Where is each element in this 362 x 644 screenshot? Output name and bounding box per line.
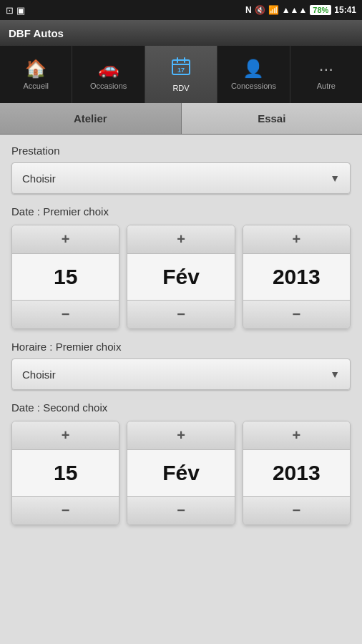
wifi-icon: 📶: [268, 5, 279, 15]
first-date-month-plus[interactable]: +: [127, 225, 234, 254]
second-date-year-value: 2013: [243, 450, 350, 496]
prestation-dropdown[interactable]: Choisir ▼: [11, 162, 351, 194]
second-date-label: Date : Second choix: [11, 401, 351, 414]
sub-tab-atelier[interactable]: Atelier: [0, 103, 182, 134]
first-date-month-spinner: + Fév −: [127, 225, 235, 329]
main-content: Prestation Choisir ▼ Date : Premier choi…: [0, 135, 362, 644]
first-date-year-value: 2013: [243, 254, 350, 300]
second-date-section: Date : Second choix + 15 − + Fév −: [11, 401, 351, 525]
image-icon: ▣: [16, 5, 25, 16]
first-date-month-value: Fév: [127, 254, 234, 300]
second-date-year-spinner: + 2013 −: [243, 421, 351, 525]
first-date-day-plus[interactable]: +: [12, 225, 119, 254]
mute-icon: 🔇: [255, 5, 265, 15]
second-date-month-plus[interactable]: +: [127, 421, 234, 450]
nav-tab-accueil[interactable]: 🏠 Accueil: [0, 46, 72, 103]
person-icon: 👤: [243, 59, 264, 79]
nav-tab-concessions[interactable]: 👤 Concessions: [217, 46, 290, 103]
first-date-spinner-row: + 15 − + Fév − +: [11, 225, 351, 329]
nav-label-accueil: Accueil: [23, 82, 48, 90]
sub-tabs: Atelier Essai: [0, 103, 362, 135]
clock: 15:41: [334, 5, 356, 15]
second-date-year-plus[interactable]: +: [243, 421, 350, 450]
prestation-label: Prestation: [11, 145, 351, 157]
house-icon: 🏠: [25, 59, 47, 79]
horaire-dropdown[interactable]: Choisir ▼: [11, 358, 351, 390]
second-date-day-value: 15: [12, 450, 119, 496]
carrier-icon: N: [245, 5, 252, 15]
battery-indicator: 78%: [310, 5, 331, 15]
first-date-section: Date : Premier choix + 15 − + Fév −: [11, 205, 351, 329]
second-date-month-value: Fév: [127, 450, 234, 496]
app-title: DBF Autos: [9, 27, 64, 39]
dropdown-arrow-icon: ▼: [330, 172, 340, 184]
svg-text:17: 17: [177, 67, 185, 74]
second-date-year-minus[interactable]: −: [243, 496, 350, 525]
first-date-label: Date : Premier choix: [11, 205, 351, 218]
second-date-day-plus[interactable]: +: [12, 421, 119, 450]
status-bar: ⊡ ▣ N 🔇 📶 ▲▲▲ 78% 15:41: [0, 0, 362, 20]
nav-label-autre: Autre: [317, 82, 336, 90]
sub-tab-essai-label: Essai: [258, 112, 285, 125]
car-icon: 🚗: [98, 59, 119, 79]
nav-tab-occasions[interactable]: 🚗 Occasions: [72, 46, 145, 103]
app-title-bar: DBF Autos: [0, 20, 362, 46]
sub-tab-essai[interactable]: Essai: [182, 103, 363, 134]
horaire-label: Horaire : Premier choix: [11, 341, 351, 353]
horaire-dropdown-arrow-icon: ▼: [330, 369, 340, 380]
first-date-month-minus[interactable]: −: [127, 300, 234, 328]
status-right-info: N 🔇 📶 ▲▲▲ 78% 15:41: [245, 5, 356, 15]
second-date-day-minus[interactable]: −: [12, 496, 119, 525]
first-date-day-minus[interactable]: −: [12, 300, 119, 328]
first-date-year-plus[interactable]: +: [243, 225, 350, 254]
second-date-spinner-row: + 15 − + Fév − +: [11, 421, 351, 525]
nav-tabs: 🏠 Accueil 🚗 Occasions 17 RDV 👤 Concessio…: [0, 46, 362, 103]
first-date-year-spinner: + 2013 −: [243, 225, 351, 329]
nav-label-occasions: Occasions: [90, 82, 127, 90]
prestation-dropdown-value: Choisir: [22, 172, 56, 185]
dots-icon: ···: [319, 59, 333, 79]
first-date-day-spinner: + 15 −: [11, 225, 119, 329]
first-date-year-minus[interactable]: −: [243, 300, 350, 328]
signal-icon: ▲▲▲: [282, 5, 308, 15]
screenshot-icon: ⊡: [6, 5, 14, 16]
nav-tab-autre[interactable]: ··· Autre: [290, 46, 362, 103]
sub-tab-atelier-label: Atelier: [74, 112, 107, 125]
status-left-icons: ⊡ ▣: [6, 5, 25, 16]
nav-label-rdv: RDV: [172, 84, 189, 92]
second-date-month-minus[interactable]: −: [127, 496, 234, 525]
second-date-day-spinner: + 15 −: [11, 421, 119, 525]
nav-label-concessions: Concessions: [231, 82, 276, 90]
second-date-month-spinner: + Fév −: [127, 421, 235, 525]
calendar-icon: 17: [171, 57, 191, 81]
first-date-day-value: 15: [12, 254, 119, 300]
nav-tab-rdv[interactable]: 17 RDV: [145, 46, 217, 103]
horaire-dropdown-value: Choisir: [22, 369, 56, 381]
